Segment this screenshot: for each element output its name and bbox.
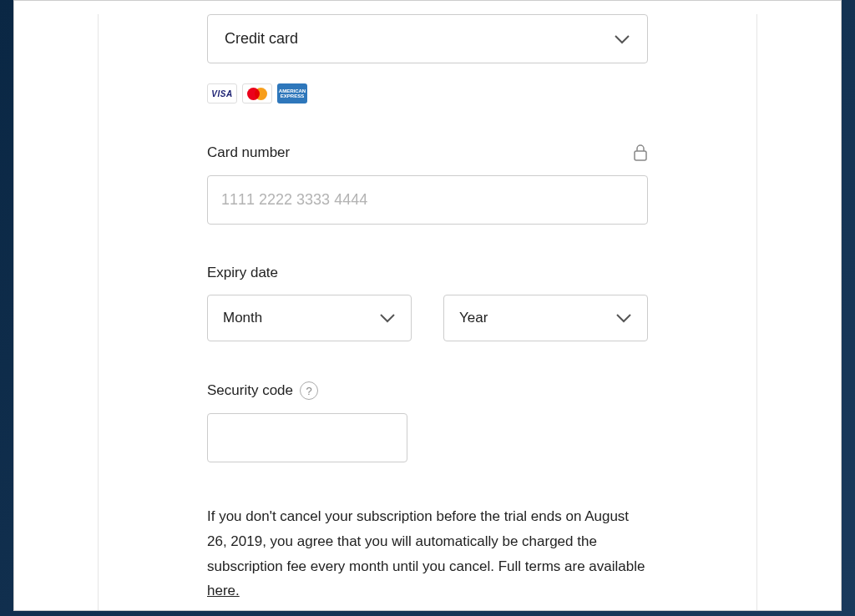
chevron-down-icon: [615, 313, 632, 323]
expiry-year-select[interactable]: Year: [443, 295, 648, 341]
card-number-label: Card number: [207, 144, 290, 161]
accepted-cards: VISA AMERICAN EXPRESS: [207, 83, 648, 104]
terms-body: If you don't cancel your subscription be…: [207, 508, 645, 574]
scroll-container[interactable]: Credit card VISA AMERICAN EXPRESS Card n…: [14, 1, 841, 610]
browser-window: Credit card VISA AMERICAN EXPRESS Card n…: [13, 0, 842, 611]
lock-icon: [633, 144, 648, 162]
visa-icon: VISA: [207, 83, 237, 104]
security-code-field: Security code ?: [207, 381, 648, 462]
security-code-input[interactable]: [207, 413, 407, 462]
card-number-input[interactable]: [207, 175, 648, 225]
chevron-down-icon: [379, 313, 396, 323]
expiry-month-value: Month: [223, 310, 262, 326]
expiry-month-select[interactable]: Month: [207, 295, 412, 341]
terms-text: If you don't cancel your subscription be…: [207, 504, 648, 603]
payment-method-select[interactable]: Credit card: [207, 14, 648, 63]
expiry-field: Expiry date Month Year: [207, 265, 648, 341]
help-icon[interactable]: ?: [300, 381, 318, 400]
expiry-label: Expiry date: [207, 265, 648, 281]
security-code-label: Security code: [207, 382, 293, 399]
payment-method-value: Credit card: [225, 30, 298, 48]
card-number-field: Card number: [207, 144, 648, 225]
terms-link[interactable]: here.: [207, 583, 240, 598]
mastercard-icon: [242, 83, 272, 104]
expiry-year-value: Year: [459, 310, 488, 326]
payment-form: Credit card VISA AMERICAN EXPRESS Card n…: [98, 14, 757, 610]
chevron-down-icon: [614, 34, 630, 44]
svg-rect-0: [635, 151, 646, 160]
amex-icon: AMERICAN EXPRESS: [277, 83, 307, 104]
